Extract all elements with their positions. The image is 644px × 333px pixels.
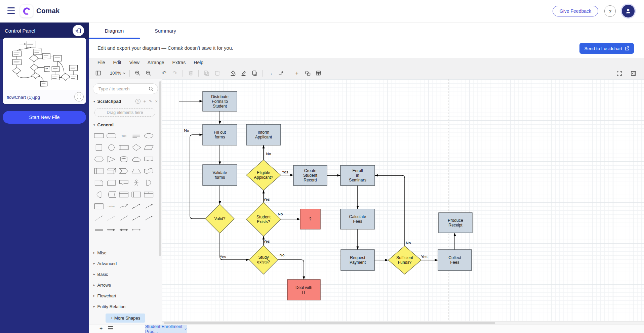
node-sufficient-funds[interactable]: SufficientFunds? <box>388 246 421 274</box>
shape-cube[interactable] <box>105 165 118 177</box>
shape-link[interactable] <box>93 224 105 236</box>
node-distribute-forms[interactable]: DistributeForms toStudent <box>203 91 237 111</box>
comak-logo-icon[interactable] <box>20 5 33 17</box>
shape-horizontal-container[interactable] <box>143 189 155 200</box>
shape-document[interactable] <box>143 153 155 165</box>
tab-diagram[interactable]: Diagram <box>89 22 140 39</box>
node-eligible-applicant[interactable]: EligibleApplicant? <box>246 160 281 190</box>
palette-scrollbar[interactable] <box>159 81 161 256</box>
scratchpad-section[interactable]: ▾ Scratchpad ? + ✎ × <box>93 99 158 104</box>
format-panel-icon[interactable] <box>629 69 638 78</box>
shape-textbox[interactable] <box>130 130 143 141</box>
zoom-in-icon[interactable] <box>133 69 142 78</box>
menu-extras[interactable]: Extras <box>172 60 186 65</box>
menu-view[interactable]: View <box>129 60 139 65</box>
shape-parallelogram[interactable] <box>143 141 155 153</box>
zoom-level-dropdown[interactable]: 100% <box>110 71 126 76</box>
add-page-icon[interactable]: + <box>97 325 105 332</box>
node-calculate-fees[interactable]: CalculateFees <box>340 209 375 229</box>
zoom-out-icon[interactable] <box>144 69 153 78</box>
shape-triangle[interactable] <box>105 153 118 165</box>
shape-cylinder[interactable] <box>118 153 130 165</box>
edge-sufficient-yes-collect[interactable]: Yes <box>421 254 438 260</box>
shape-connector-dots[interactable] <box>130 224 143 236</box>
diagram-canvas[interactable]: NoYesNoYesNoYesNoYesYesNoDistributeForms… <box>162 79 644 325</box>
edge-study-no-deal[interactable]: No <box>278 253 304 280</box>
shape-dashed-line[interactable] <box>93 212 105 224</box>
shape-callout[interactable] <box>118 177 130 189</box>
palette-section-arrows[interactable]: ▸Arrows <box>89 280 162 290</box>
node-request-payment[interactable]: RequestPayment <box>341 250 374 270</box>
collapse-panel-button[interactable] <box>73 25 84 36</box>
menu-file[interactable]: File <box>97 60 105 65</box>
straight-arrow-icon[interactable]: → <box>266 69 275 78</box>
shape-dotted-line[interactable] <box>105 212 118 224</box>
node-validate-forms[interactable]: Validateforms <box>203 165 237 185</box>
insert-table-icon[interactable] <box>314 69 323 78</box>
sidebar-panel-icon[interactable] <box>94 69 103 78</box>
palette-section-entity-relation[interactable]: ▸Entity Relation <box>89 301 162 312</box>
shape-diamond[interactable] <box>130 141 143 153</box>
edge-eligible-no-inform[interactable]: No <box>264 145 271 160</box>
uploaded-file-card[interactable]: ? flowChart (1).jpg <box>3 38 86 104</box>
shape-rectangle[interactable] <box>93 130 105 141</box>
node-create-student-record[interactable]: CreateStudentRecord <box>293 165 327 185</box>
node-student-exists[interactable]: StudentExists? <box>246 202 281 236</box>
shape-data-storage[interactable] <box>105 189 118 200</box>
shape-and[interactable] <box>93 189 105 200</box>
node-fill-out-forms[interactable]: Fill outforms <box>203 124 237 145</box>
shape-card[interactable] <box>105 177 118 189</box>
shape-hexagon[interactable] <box>93 153 105 165</box>
shape-directional-arrow[interactable] <box>143 200 155 212</box>
shape-line[interactable] <box>118 212 130 224</box>
give-feedback-button[interactable]: Give Feedback <box>553 6 598 16</box>
shape-vertical-container[interactable] <box>130 189 143 200</box>
start-new-file-button[interactable]: Start New File <box>3 111 86 124</box>
shape-ellipse[interactable] <box>143 130 155 141</box>
node-produce-receipt[interactable]: ProduceReceipt <box>439 213 472 233</box>
menu-arrange[interactable]: Arrange <box>148 60 164 65</box>
shape-rounded-rectangle[interactable] <box>105 130 118 141</box>
fullscreen-icon[interactable] <box>615 69 623 78</box>
insert-shape-icon[interactable] <box>303 69 312 78</box>
shape-double-arrow-link[interactable] <box>118 224 130 236</box>
shape-bidirectional-connector[interactable] <box>130 212 143 224</box>
scratchpad-help-icon[interactable]: ? <box>135 99 140 104</box>
page-tab-student-enrollment[interactable]: Student Enrollment Proc... <box>145 325 187 333</box>
line-color-icon[interactable] <box>239 69 248 78</box>
scratchpad-add-icon[interactable]: + <box>144 99 146 103</box>
edge-student-no-unknown[interactable]: No <box>278 212 300 219</box>
scratchpad-drop-zone[interactable]: Drag elements here <box>94 108 155 117</box>
undo-icon[interactable]: ↶ <box>160 69 168 78</box>
scratchpad-close-icon[interactable]: × <box>155 99 158 103</box>
fill-color-icon[interactable] <box>229 69 237 78</box>
scratchpad-edit-icon[interactable]: ✎ <box>149 99 152 103</box>
canvas-hscroll-track[interactable] <box>162 321 644 325</box>
node-deal-with-it[interactable]: Deal withIT <box>287 280 320 300</box>
shape-cloud[interactable] <box>130 153 143 165</box>
shape-square[interactable] <box>93 141 105 153</box>
shape-internal-storage[interactable] <box>93 165 105 177</box>
shape-tape[interactable] <box>143 165 155 177</box>
palette-section-flowchart[interactable]: ▸Flowchart <box>89 290 162 301</box>
node-collect-fees[interactable]: CollectFees <box>438 250 472 270</box>
edge-valid-no-fill[interactable]: No <box>184 128 205 219</box>
edge-study-yes-student[interactable]: Yes <box>264 236 270 245</box>
canvas-hscroll-thumb[interactable] <box>164 322 495 324</box>
menu-edit[interactable]: Edit <box>113 60 121 65</box>
palette-section-general[interactable]: ▾ General <box>93 122 114 127</box>
elbow-connector-icon[interactable] <box>277 69 285 78</box>
shape-note[interactable] <box>93 177 105 189</box>
node-inform-applicant[interactable]: InformApplicant <box>246 124 281 145</box>
hamburger-menu-icon[interactable] <box>7 7 15 14</box>
insert-plus-icon[interactable]: + <box>292 69 301 78</box>
help-button[interactable]: ? <box>604 5 616 17</box>
user-avatar[interactable] <box>622 5 635 17</box>
node-valid[interactable]: Valid? <box>205 204 234 233</box>
palette-section-advanced[interactable]: ▸Advanced <box>89 258 162 269</box>
shape-curve[interactable] <box>118 200 130 212</box>
tab-summary[interactable]: Summary <box>140 22 191 39</box>
edge-valid-yes-study[interactable]: Yes <box>220 233 249 260</box>
redo-icon[interactable]: ↷ <box>170 69 179 78</box>
shape-arrow-link[interactable] <box>105 224 118 236</box>
